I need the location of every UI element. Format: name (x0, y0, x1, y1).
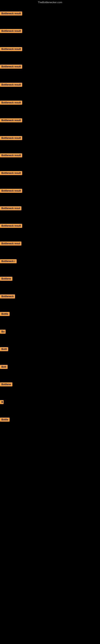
bottleneck-badge-21[interactable]: Bott (0, 365, 8, 369)
bottleneck-row-20: Bottl (0, 347, 8, 352)
bottleneck-badge-1[interactable]: Bottleneck result (0, 12, 22, 16)
bottleneck-row-4: Bottleneck result (0, 64, 22, 70)
bottleneck-badge-5[interactable]: Bottleneck result (0, 83, 22, 87)
bottleneck-row-1: Bottleneck result (0, 12, 22, 16)
bottleneck-badge-6[interactable]: Bottleneck result (0, 100, 22, 105)
bottleneck-row-14: Bottleneck resul (0, 242, 21, 246)
bottleneck-badge-20[interactable]: Bottl (0, 347, 8, 351)
bottleneck-badge-7[interactable]: Bottleneck result (0, 118, 22, 122)
bottleneck-badge-17[interactable]: Bottleneck (0, 294, 15, 298)
bottleneck-row-23: B (0, 400, 3, 405)
bottleneck-row-22: Bottlene (0, 382, 12, 387)
site-title: TheBottlenecker.com (0, 0, 100, 5)
bottleneck-badge-18[interactable]: Bottle (0, 312, 10, 316)
bottleneck-row-12: Bottleneck resul (0, 206, 21, 211)
bottleneck-row-16: Bottlene (0, 277, 12, 282)
bottleneck-row-15: Bottleneck r (0, 259, 17, 264)
bottleneck-row-8: Bottleneck result (0, 136, 22, 141)
bottleneck-badge-15[interactable]: Bottleneck r (0, 259, 17, 263)
bottleneck-row-24: Bottle (0, 418, 10, 422)
bottleneck-row-6: Bottleneck result (0, 100, 22, 106)
bottleneck-row-5: Bottleneck result (0, 83, 22, 88)
bottleneck-badge-14[interactable]: Bottleneck resul (0, 242, 21, 246)
bottleneck-badge-3[interactable]: Bottleneck result (0, 47, 22, 51)
bottleneck-row-3: Bottleneck result (0, 47, 22, 52)
bottleneck-row-7: Bottleneck result (0, 118, 22, 123)
bottleneck-row-11: Bottleneck result (0, 189, 22, 194)
bottleneck-badge-12[interactable]: Bottleneck resul (0, 206, 21, 210)
bottleneck-badge-10[interactable]: Bottleneck result (0, 171, 22, 175)
bottleneck-badge-9[interactable]: Bottleneck result (0, 153, 22, 158)
bottleneck-row-9: Bottleneck result (0, 153, 22, 158)
bottleneck-badge-16[interactable]: Bottlene (0, 277, 12, 281)
bottleneck-badge-24[interactable]: Bottle (0, 418, 10, 422)
bottleneck-row-13: Bottleneck result (0, 224, 22, 228)
bottleneck-badge-19[interactable]: Bo (0, 330, 6, 334)
bottleneck-row-17: Bottleneck (0, 294, 15, 299)
bottleneck-badge-4[interactable]: Bottleneck result (0, 64, 22, 69)
bottleneck-row-21: Bott (0, 365, 8, 370)
bottleneck-badge-2[interactable]: Bottleneck result (0, 29, 22, 33)
bottleneck-badge-22[interactable]: Bottlene (0, 382, 12, 386)
bottleneck-badge-23[interactable]: B (0, 400, 3, 404)
bottleneck-row-10: Bottleneck result (0, 171, 22, 176)
bottleneck-badge-11[interactable]: Bottleneck result (0, 189, 22, 193)
bottleneck-row-2: Bottleneck result (0, 29, 22, 34)
bottleneck-row-19: Bo (0, 330, 6, 334)
bottleneck-badge-8[interactable]: Bottleneck result (0, 136, 22, 140)
bottleneck-row-18: Bottle (0, 312, 10, 317)
bottleneck-badge-13[interactable]: Bottleneck result (0, 224, 22, 228)
